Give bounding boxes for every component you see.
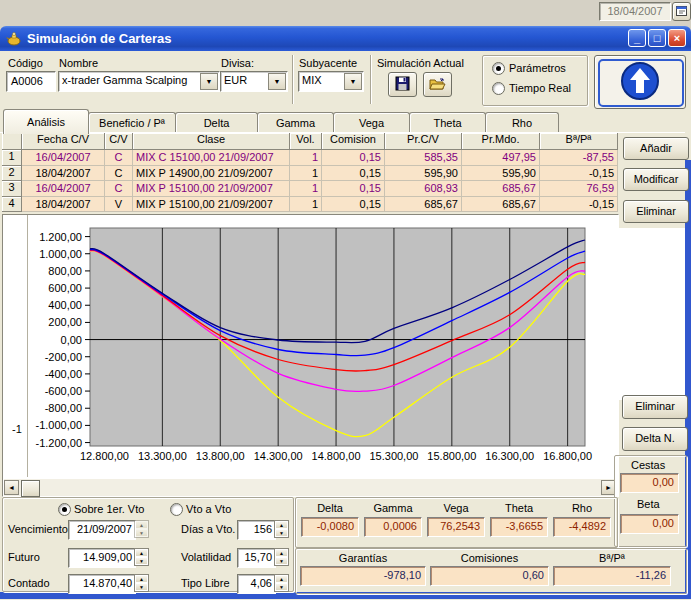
tab-vega[interactable]: Vega (333, 112, 410, 134)
dias-a-vto-value: 156 (254, 523, 272, 535)
codigo-field[interactable]: A0006 (6, 71, 56, 92)
vto-a-vto-radio[interactable] (170, 503, 183, 516)
table-cell[interactable]: MIX P 14900,00 21/09/2007 (133, 166, 290, 182)
table-cell[interactable]: 16/04/2007 (22, 150, 105, 166)
table-cell[interactable]: 608,93 (385, 181, 462, 197)
table-cell[interactable]: 2 (2, 166, 22, 182)
table-cell[interactable]: 16/04/2007 (22, 181, 105, 197)
volatilidad-spinner[interactable]: ▲▼ (274, 548, 289, 566)
y-tick-label: 800,00 (48, 265, 82, 277)
save-simulation-button[interactable] (388, 72, 417, 97)
gamma-label: Gamma (364, 502, 422, 514)
table-cell[interactable]: 595,90 (462, 166, 540, 182)
dias-a-vto-spinner[interactable]: ▲▼ (274, 520, 289, 538)
table-cell[interactable]: 0,15 (322, 166, 385, 182)
tab-gamma[interactable]: Gamma (257, 112, 334, 134)
table-cell[interactable]: 685,67 (462, 181, 540, 197)
table-cell[interactable]: MIX P 15100,00 21/09/2007 (133, 181, 290, 197)
modificar-button[interactable]: Modificar (623, 168, 689, 191)
vto-a-vto-label[interactable]: Vto a Vto (186, 503, 231, 515)
sobre-1er-vto-radio[interactable] (58, 503, 71, 516)
table-cell[interactable]: 1 (2, 150, 22, 166)
table-cell[interactable]: -0,15 (540, 197, 618, 213)
tab-beneficio-p-[interactable]: Beneficio / Pª (88, 112, 176, 134)
tipo-libre-label: Tipo Libre (181, 577, 230, 589)
contado-spinner[interactable]: ▲▼ (134, 574, 149, 592)
delta-n-button[interactable]: Delta N. (622, 427, 688, 451)
dias-a-vto-field[interactable]: 156 (237, 520, 276, 540)
futuro-spinner[interactable]: ▲▼ (134, 548, 149, 566)
table-cell[interactable]: 497,95 (462, 150, 540, 166)
tipo-libre-field[interactable]: 4,06 (237, 574, 276, 594)
tipo-libre-spinner[interactable]: ▲▼ (274, 574, 289, 592)
anadir-button[interactable]: Añadir (623, 137, 689, 160)
subyacente-combobox[interactable]: MIX ▼ (298, 71, 364, 92)
table-cell[interactable]: 18/04/2007 (22, 197, 105, 213)
chevron-down-icon[interactable]: ▼ (344, 73, 362, 90)
parametros-radio[interactable] (492, 62, 505, 75)
x-tick-label: 13.300,00 (138, 450, 187, 462)
totals-value: 0,60 (430, 566, 549, 586)
futuro-field[interactable]: 14.909,00 (68, 548, 136, 568)
table-cell[interactable]: C (105, 150, 133, 166)
tiempo-real-radio[interactable] (492, 82, 505, 95)
table-cell[interactable]: MIX C 15100,00 21/09/2007 (133, 150, 290, 166)
table-cell[interactable]: V (105, 197, 133, 213)
tab-an-lisis[interactable]: Análisis (3, 109, 89, 134)
table-cell[interactable]: -87,55 (540, 150, 618, 166)
tab-rho[interactable]: Rho (485, 112, 559, 134)
table-row[interactable]: 316/04/2007CMIX P 15100,00 21/09/200710,… (2, 181, 618, 197)
table-cell[interactable]: 4 (2, 197, 22, 213)
eliminar-button[interactable]: Eliminar (623, 200, 689, 223)
scroll-left-icon[interactable]: ◄ (4, 480, 19, 495)
table-cell[interactable]: MIX P 15100,00 21/09/2007 (133, 197, 290, 213)
scrollbar-thumb[interactable] (21, 480, 40, 497)
table-cell[interactable]: 1 (290, 150, 322, 166)
y-tick-label: -1.200,00 (36, 437, 82, 449)
chart-eliminar-button[interactable]: Eliminar (622, 395, 688, 419)
table-cell[interactable]: 585,35 (385, 150, 462, 166)
close-button[interactable]: × (668, 29, 686, 47)
theta-label: Theta (490, 502, 548, 514)
table-cell[interactable]: C (105, 181, 133, 197)
table-cell[interactable]: -0,15 (540, 166, 618, 182)
sobre-1er-vto-label[interactable]: Sobre 1er. Vto (74, 503, 144, 515)
table-cell[interactable]: 1 (290, 197, 322, 213)
chart-scrollbar[interactable]: ◄ ► (4, 479, 616, 496)
divisa-combobox[interactable]: EUR ▼ (220, 71, 288, 92)
table-cell[interactable]: 1 (290, 166, 322, 182)
tiempo-real-radio-label[interactable]: Tiempo Real (509, 82, 571, 94)
contado-field[interactable]: 14.870,40 (68, 574, 136, 594)
table-cell[interactable]: C (105, 166, 133, 182)
table-cell[interactable]: 76,59 (540, 181, 618, 197)
run-simulation-button[interactable] (594, 55, 686, 109)
table-row[interactable]: 116/04/2007CMIX C 15100,00 21/09/200710,… (2, 150, 618, 166)
open-simulation-button[interactable] (423, 72, 452, 97)
table-cell[interactable]: 595,90 (385, 166, 462, 182)
date-input[interactable]: 18/04/2007 (599, 2, 671, 21)
minimize-button[interactable]: _ (628, 29, 646, 47)
table-cell[interactable]: 685,67 (462, 197, 540, 213)
vencimiento-field[interactable]: 21/09/2007 (68, 520, 136, 540)
codigo-label: Código (8, 57, 43, 69)
table-cell[interactable]: 1 (290, 181, 322, 197)
table-row[interactable]: 218/04/2007CMIX P 14900,00 21/09/200710,… (2, 166, 618, 182)
table-cell[interactable]: 0,15 (322, 197, 385, 213)
table-cell[interactable]: 685,67 (385, 197, 462, 213)
chevron-down-icon[interactable]: ▼ (268, 73, 286, 90)
table-cell[interactable]: 3 (2, 181, 22, 197)
table-row[interactable]: 418/04/2007VMIX P 15100,00 21/09/200710,… (2, 197, 618, 213)
nombre-combobox[interactable]: x-trader Gamma Scalping ▼ (58, 71, 220, 92)
chevron-down-icon[interactable]: ▼ (200, 73, 218, 90)
maximize-button[interactable]: □ (648, 29, 666, 47)
tab-theta[interactable]: Theta (409, 112, 486, 134)
window-titlebar[interactable]: Simulación de Carteras _ □ × (0, 26, 691, 51)
table-cell[interactable]: 0,15 (322, 181, 385, 197)
vencimiento-spinner[interactable]: ▲▼ (134, 520, 149, 538)
table-cell[interactable]: 0,15 (322, 150, 385, 166)
tab-delta[interactable]: Delta (175, 112, 258, 134)
volatilidad-field[interactable]: 15,70 (237, 548, 276, 568)
table-cell[interactable]: 18/04/2007 (22, 166, 105, 182)
parametros-radio-label[interactable]: Parámetros (509, 62, 566, 74)
calendar-button[interactable] (672, 2, 691, 21)
